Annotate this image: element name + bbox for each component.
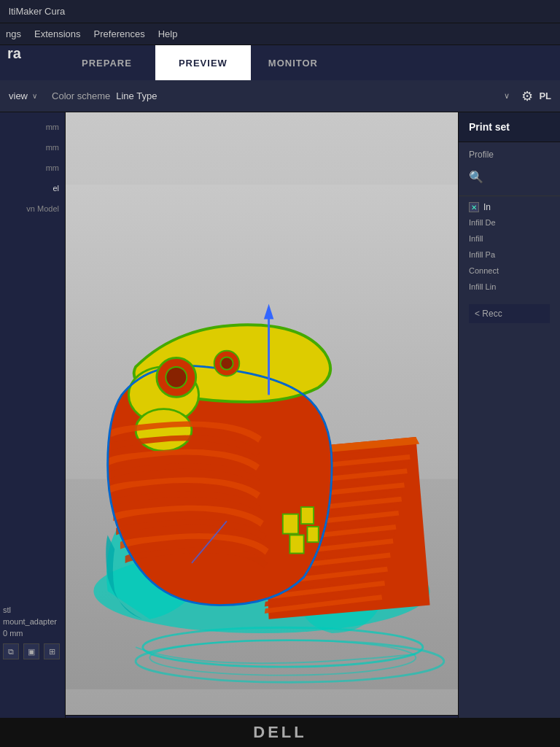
3d-model-svg xyxy=(66,120,458,747)
copy-icon[interactable]: ⧉ xyxy=(3,643,19,659)
mount-adapter-label: mount_adapter xyxy=(3,617,60,626)
dell-logo-bar: DELL xyxy=(0,718,560,747)
search-row[interactable]: 🔍 xyxy=(469,166,550,188)
right-panel: Print set Profile 🔍 ✕ In Infill De Infil… xyxy=(458,112,560,747)
folder-icon[interactable]: ▣ xyxy=(23,643,39,659)
zero-mm-label: 0 mm xyxy=(3,629,60,638)
color-scheme-value: Line Type xyxy=(116,90,157,101)
svg-point-20 xyxy=(220,357,233,369)
toolbar-row: view ∨ Color scheme Line Type ∨ ⚙ PL xyxy=(0,80,560,112)
infill-label: In xyxy=(483,202,491,212)
left-panel-item-el: el xyxy=(3,179,62,197)
tab-monitor[interactable]: MONITOR xyxy=(251,45,335,80)
left-panel-item-mm2: mm xyxy=(3,139,62,156)
infill-section: ✕ In Infill De Infill Infill Pa Connect … xyxy=(459,196,560,298)
infill-item-0[interactable]: Infill De xyxy=(469,217,550,228)
menu-bar: ngs Extensions Preferences Help xyxy=(0,23,560,45)
left-panel: mm mm mm el vn Model stl mount_adapter 0… xyxy=(0,112,66,747)
bottom-left-info: stl mount_adapter 0 mm ⧉ ▣ ⊞ xyxy=(3,605,60,659)
view-dropdown[interactable]: view ∨ xyxy=(9,90,37,101)
chevron-down-icon: ∨ xyxy=(32,92,37,100)
menu-item-settings[interactable]: ngs xyxy=(6,28,21,39)
menu-item-help[interactable]: Help xyxy=(158,28,178,39)
tab-bar: ra PREPARE PREVIEW MONITOR xyxy=(0,45,560,80)
title-bar: ltiMaker Cura xyxy=(0,0,560,23)
view-label: view xyxy=(9,90,28,101)
infill-item-4[interactable]: Infill Lin xyxy=(469,281,550,293)
toolbar-chevron-icon[interactable]: ∨ xyxy=(504,91,510,101)
infill-item-1[interactable]: Infill xyxy=(469,233,550,244)
svg-rect-10 xyxy=(289,535,303,554)
dell-logo: DELL xyxy=(253,723,306,742)
infill-checkbox-row: ✕ In xyxy=(469,202,550,212)
profile-label: Profile xyxy=(469,150,550,160)
grid-icon[interactable]: ⊞ xyxy=(44,643,60,659)
app-name: ra xyxy=(7,45,21,62)
svg-rect-8 xyxy=(283,514,298,534)
svg-point-18 xyxy=(166,367,187,388)
infill-checkbox[interactable]: ✕ xyxy=(469,202,479,212)
tab-prepare[interactable]: PREPARE xyxy=(58,45,155,80)
profile-section: Profile 🔍 xyxy=(459,142,560,196)
search-icon[interactable]: 🔍 xyxy=(469,170,483,184)
tab-preview[interactable]: PREVIEW xyxy=(155,45,251,80)
left-panel-item-mm3: mm xyxy=(3,159,62,177)
infill-item-2[interactable]: Infill Pa xyxy=(469,249,550,260)
left-panel-item-mm1: mm xyxy=(3,118,62,136)
bottom-icons: ⧉ ▣ ⊞ xyxy=(3,643,60,659)
tab-buttons: PREPARE PREVIEW MONITOR xyxy=(58,45,335,80)
menu-item-extensions[interactable]: Extensions xyxy=(34,28,81,39)
menu-item-preferences[interactable]: Preferences xyxy=(94,28,145,39)
left-panel-item-vn: vn Model xyxy=(3,200,62,217)
svg-rect-9 xyxy=(301,507,314,524)
viewport[interactable] xyxy=(66,112,458,747)
pl-label: PL xyxy=(539,90,551,101)
print-set-header[interactable]: Print set xyxy=(459,112,560,142)
main-area: mm mm mm el vn Model stl mount_adapter 0… xyxy=(0,112,560,747)
svg-rect-11 xyxy=(307,527,318,542)
recommended-button[interactable]: < Recc xyxy=(469,304,550,323)
settings-icon[interactable]: ⚙ xyxy=(521,88,533,104)
stl-label: stl xyxy=(3,605,60,614)
color-scheme-label: Color scheme xyxy=(52,90,110,101)
infill-item-3[interactable]: Connect xyxy=(469,265,550,276)
title-bar-text: ltiMaker Cura xyxy=(9,6,65,17)
